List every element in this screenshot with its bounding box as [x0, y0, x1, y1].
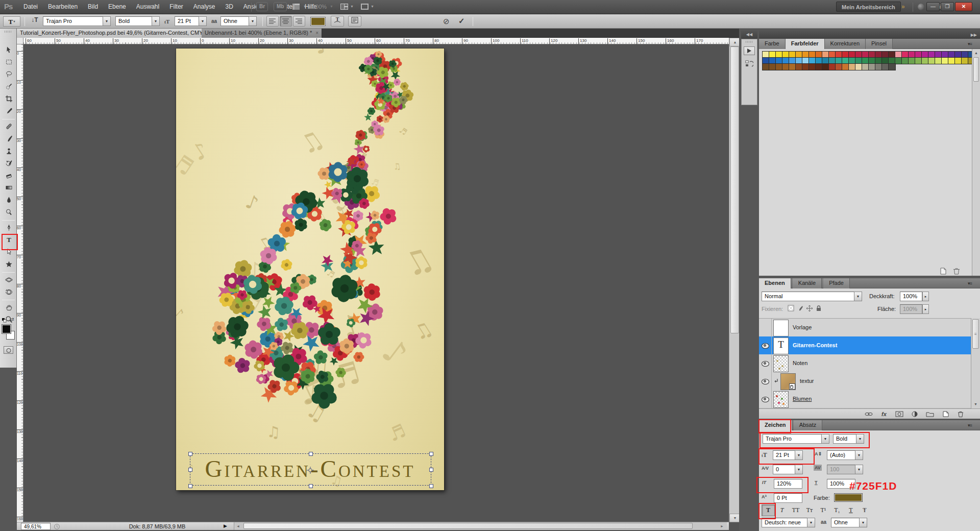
selection-handle[interactable] [309, 452, 313, 456]
chevron-down-icon[interactable]: ▼ [350, 5, 354, 8]
layer-row-vorlage[interactable]: Vorlage [759, 319, 971, 337]
status-menu-arrow-icon[interactable]: ▶ [224, 523, 227, 528]
scroll-left-icon[interactable]: ◄ [236, 524, 240, 528]
tool-crop[interactable] [3, 94, 14, 105]
tool-dodge[interactable] [3, 207, 14, 219]
tool-3d-rotate[interactable] [3, 275, 14, 286]
layer-name[interactable]: Vorlage [793, 324, 812, 330]
transform-center-icon[interactable] [306, 466, 314, 474]
menu-datei[interactable]: Datei [18, 0, 43, 13]
flaeche-stepper[interactable]: ▸ [922, 304, 929, 314]
tab-absatz[interactable]: Absatz [794, 420, 823, 430]
char-leading-dropdown-icon[interactable]: ▼ [855, 450, 863, 460]
blend-mode-dropdown-icon[interactable]: ▼ [854, 292, 862, 301]
scrollbar-thumb[interactable] [730, 46, 739, 333]
lock-pixels-icon[interactable] [797, 305, 804, 313]
tab-ebenen[interactable]: Ebenen [759, 278, 791, 288]
document-size-info[interactable]: Dok: 8,87 MB/63,9 MB [93, 523, 221, 529]
selection-handle[interactable] [429, 468, 433, 472]
layer-row-blumen[interactable]: Blumen [759, 390, 971, 408]
layer-thumbnail[interactable] [773, 391, 789, 408]
layer-thumbnail[interactable] [780, 373, 796, 390]
layer-style-icon[interactable]: fx [879, 411, 889, 419]
selection-handle[interactable] [188, 484, 192, 488]
tool-blur[interactable] [3, 195, 14, 206]
layer-thumbnail[interactable] [773, 355, 789, 372]
toolbar-grip[interactable] [5, 31, 12, 33]
tool-eraser[interactable] [3, 171, 14, 182]
flaeche-field[interactable]: 100% [900, 304, 922, 314]
char-font-style-field[interactable]: Bold [833, 434, 856, 444]
layer-mask-icon[interactable] [894, 411, 904, 419]
char-size-dropdown-icon[interactable]: ▼ [795, 450, 803, 460]
tool-quick-selection[interactable] [3, 82, 14, 93]
format-subscript-button[interactable]: T₁ [830, 504, 844, 516]
new-layer-icon[interactable] [940, 411, 950, 419]
layer-row-gitarren-contest[interactable]: TGitarren-Contest [759, 336, 971, 355]
selection-handle[interactable] [188, 468, 192, 472]
tool-clone-stamp[interactable] [3, 146, 14, 157]
chevron-down-icon[interactable]: ▼ [303, 5, 307, 8]
format-small-caps-button[interactable]: Tᴛ [803, 504, 816, 516]
layer-thumbnail[interactable]: T [773, 337, 789, 354]
visibility-cell[interactable] [759, 354, 772, 372]
layer-thumbnail[interactable] [773, 320, 789, 336]
scroll-right-icon[interactable]: ► [720, 524, 724, 528]
panel-menu-icon[interactable]: ▾≡ [968, 41, 972, 46]
workspace-overflow-chevrons[interactable]: » [901, 3, 905, 10]
tool-gradient[interactable] [3, 183, 14, 194]
char-font-family-field[interactable]: Trajan Pro [763, 434, 822, 444]
tool-eyedropper[interactable] [3, 106, 14, 117]
char-kerning-field[interactable]: 0 [773, 465, 795, 474]
swap-colors-icon[interactable]: ⇄ [10, 317, 14, 322]
guides-icon[interactable] [292, 3, 302, 12]
align-right-button[interactable] [293, 16, 305, 27]
char-kerning-dropdown-icon[interactable]: ▼ [795, 465, 803, 474]
align-left-button[interactable] [266, 16, 279, 27]
language-field[interactable]: Deutsch: neue ... [762, 518, 807, 527]
workspace-button[interactable]: Mein Arbeitsbereich [836, 2, 901, 12]
visibility-cell[interactable] [759, 319, 772, 336]
tool-lasso[interactable] [3, 69, 14, 81]
canvas-vertical-scrollbar[interactable]: ▲ ▼ [729, 38, 739, 522]
chevron-down-icon[interactable]: ▼ [371, 5, 374, 8]
document-page[interactable]: ♪♫♪♫♫♬♪♬♬♪♫♬♬♫♬♬♫♪♬♬♬♫♫♫♬♬♫♬♪♫♪♪♫♫♬♬♪♬♫♪… [176, 49, 444, 490]
adjustment-layer-icon[interactable] [910, 411, 920, 419]
deckkraft-stepper[interactable]: ▸ [922, 292, 929, 301]
zoom-level-label[interactable]: 100% [312, 4, 327, 10]
visibility-cell[interactable] [759, 336, 772, 354]
actions-panel-icon[interactable] [744, 46, 755, 55]
panel-scrollbar[interactable]: ▲ [972, 49, 980, 276]
scrollbar-thumb[interactable] [973, 57, 979, 82]
horizontal-ruler[interactable]: 6050403020100102030405060708090100110120… [23, 38, 729, 44]
char-size-field[interactable]: 21 Pt [773, 450, 795, 460]
format-faux-italic-button[interactable]: T [775, 504, 789, 516]
selection-handle[interactable] [188, 452, 192, 456]
lock-transparent-icon[interactable] [788, 305, 795, 313]
char-vscale-field[interactable]: 120% [774, 479, 802, 489]
menu-bearbeiten[interactable]: Bearbeiten [43, 0, 83, 13]
ruler-origin-box[interactable] [17, 38, 23, 44]
language-dropdown-icon[interactable]: ▼ [807, 518, 815, 527]
font-size-dropdown-icon[interactable]: ▼ [199, 16, 207, 26]
format-underline-button[interactable]: T [844, 504, 857, 516]
eye-icon[interactable] [762, 343, 769, 349]
swatch[interactable] [888, 63, 896, 70]
char-anti-alias-field[interactable]: Ohne [831, 518, 860, 527]
anti-alias-dropdown-icon[interactable]: ▼ [249, 16, 257, 26]
tab-pfade[interactable]: Pfade [823, 278, 850, 288]
format-superscript-button[interactable]: T¹ [817, 504, 830, 516]
menu-filter[interactable]: Filter [164, 0, 188, 13]
tab-farbe[interactable]: Farbe [759, 39, 786, 49]
commit-edit-icon[interactable]: ✓ [458, 16, 465, 26]
cancel-edit-icon[interactable]: ⊘ [443, 17, 450, 26]
link-layers-icon[interactable] [864, 411, 874, 419]
font-family-dropdown-icon[interactable]: ▼ [103, 16, 111, 26]
tool-brush[interactable] [3, 134, 14, 145]
panel-scrollbar[interactable]: ≡ ▼ [971, 318, 980, 408]
eye-icon[interactable] [762, 361, 769, 367]
layer-name[interactable]: Gitarren-Contest [793, 342, 837, 348]
char-font-family-dropdown-icon[interactable]: ▼ [822, 434, 829, 444]
text-color-swatch[interactable] [310, 17, 326, 26]
screen-mode-icon[interactable] [360, 3, 370, 12]
